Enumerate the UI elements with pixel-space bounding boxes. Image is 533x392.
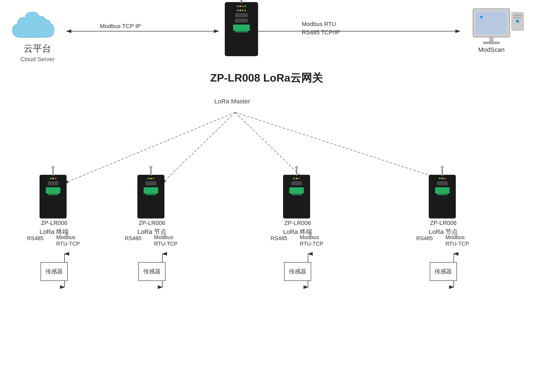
- monitor-base: [483, 42, 500, 44]
- sub-antenna-2: [150, 168, 151, 176]
- right-protocol-line2: RS485 TCP/IP: [302, 29, 340, 36]
- sub-model-3: ZP-LR006: [283, 220, 312, 226]
- sub3-led2: [296, 178, 297, 179]
- sensor-box-1: 传感器: [41, 262, 68, 281]
- gateway-connector: [233, 24, 250, 31]
- sub-device-3: ZP-LR006 LoRa 终端 RS485 Modbus RTU-TCP 传感…: [283, 175, 312, 236]
- gateway-port2: [235, 19, 248, 23]
- sub1-rs-label: RS485: [27, 235, 44, 242]
- sub4-led3: [444, 178, 446, 179]
- sub-led-row-4: [439, 178, 446, 179]
- svg-line-7: [162, 112, 235, 183]
- monitor-stand: [489, 37, 493, 42]
- tower: [511, 12, 524, 31]
- modscan-label: ModScan: [478, 46, 505, 53]
- sub-port-2: [146, 182, 156, 185]
- sub-device-box-4: [429, 175, 456, 219]
- gateway-led-row2: [237, 9, 246, 11]
- sub-model-2: ZP-LR006: [137, 220, 167, 226]
- gateway-title: ZP-LR008 LoRa云网关: [210, 71, 323, 85]
- sub2-rs-label: RS485: [125, 235, 141, 242]
- led-red1: [242, 5, 243, 7]
- sub-device-4: ZP-LR006 LoRa 节点 RS485 Modbus RTU-TCP 传感…: [429, 175, 458, 236]
- sub-connector-2: [144, 187, 158, 193]
- sub4-modbus-label: Modbus RTU-TCP: [445, 234, 469, 247]
- tower-slot1: [514, 14, 522, 16]
- svg-line-6: [65, 112, 235, 183]
- sub1-modbus-label: Modbus RTU-TCP: [56, 234, 80, 247]
- led-yellow2: [239, 9, 241, 11]
- cloud-icon: 云平台 Cloud Server: [8, 8, 67, 50]
- gateway-device: [219, 2, 264, 69]
- sub-led3: [55, 178, 56, 179]
- led-green3: [237, 9, 238, 11]
- sub4-rs-label: RS485: [416, 235, 433, 242]
- svg-line-9: [235, 112, 454, 183]
- sub-led-row-2: [148, 178, 154, 179]
- sensor-box-3: 传感器: [284, 262, 311, 281]
- sub-device-box-3: [283, 175, 310, 219]
- modscan-device: ModScan: [466, 8, 516, 54]
- led-green4: [242, 9, 243, 11]
- sub3-rs-label: RS485: [271, 235, 287, 242]
- sub-model-1: ZP-LR006: [40, 220, 69, 226]
- sensor-box-2: 传感器: [138, 262, 165, 281]
- sub-led1: [50, 178, 51, 179]
- monitor: [473, 8, 510, 37]
- lora-master-label: LoRa Master: [214, 98, 250, 105]
- led-green1: [237, 5, 238, 7]
- sub-led-row-3: [293, 178, 300, 179]
- sub-port-1: [48, 182, 58, 185]
- sub-antenna-4: [442, 168, 443, 176]
- sub-port-3: [291, 182, 302, 185]
- sub2-led1: [148, 178, 149, 179]
- left-protocol-label: Modbus TCP IP: [100, 23, 141, 30]
- screen: [476, 11, 507, 34]
- gateway-led-row: [237, 5, 246, 7]
- cloud-english-label: Cloud Server: [8, 56, 67, 63]
- sub2-modbus-label: Modbus RTU-TCP: [154, 234, 178, 247]
- sub2-led2: [150, 178, 152, 179]
- gateway-device-box: [225, 2, 258, 56]
- led-red2: [244, 9, 246, 11]
- sub-connector-1: [46, 187, 60, 193]
- sub-connector-3: [289, 187, 304, 193]
- sub-device-2: ZP-LR006 LoRa 节点 RS485 Modbus RTU-TCP 传感…: [137, 175, 167, 236]
- led-yellow1: [239, 5, 241, 7]
- sub4-led1: [439, 178, 441, 179]
- cloud-chinese-label: 云平台: [8, 42, 67, 55]
- gateway-port1: [235, 13, 248, 17]
- tower-slot2: [514, 17, 522, 18]
- right-protocol-line1: Modbus RTU: [302, 21, 336, 28]
- sub-antenna-3: [296, 168, 297, 176]
- sub4-led2: [441, 178, 443, 179]
- sub-device-box-2: [137, 175, 164, 219]
- tower-indicator: [516, 19, 519, 23]
- sub-connector-4: [435, 187, 449, 193]
- sub-antenna-1: [52, 168, 54, 176]
- sub-device-box-1: [40, 175, 67, 219]
- sub-led2: [52, 178, 54, 179]
- sub3-led3: [298, 178, 300, 179]
- sub-port-4: [437, 182, 448, 185]
- gateway-antenna: [241, 0, 242, 3]
- diagram-container: 云平台 Cloud Server Modbus TCP IP Modbus RT…: [0, 0, 533, 392]
- sub-led-row-1: [50, 178, 56, 179]
- led-green2: [244, 5, 246, 7]
- sub-device-1: ZP-LR006 LoRa 终端 RS485 Modbus RTU-TCP 传感…: [40, 175, 69, 236]
- sub3-modbus-label: Modbus RTU-TCP: [300, 234, 323, 247]
- sub3-led1: [293, 178, 295, 179]
- sub-model-4: ZP-LR006: [429, 220, 458, 226]
- sub2-led3: [153, 178, 154, 179]
- sensor-box-4: 传感器: [430, 262, 457, 281]
